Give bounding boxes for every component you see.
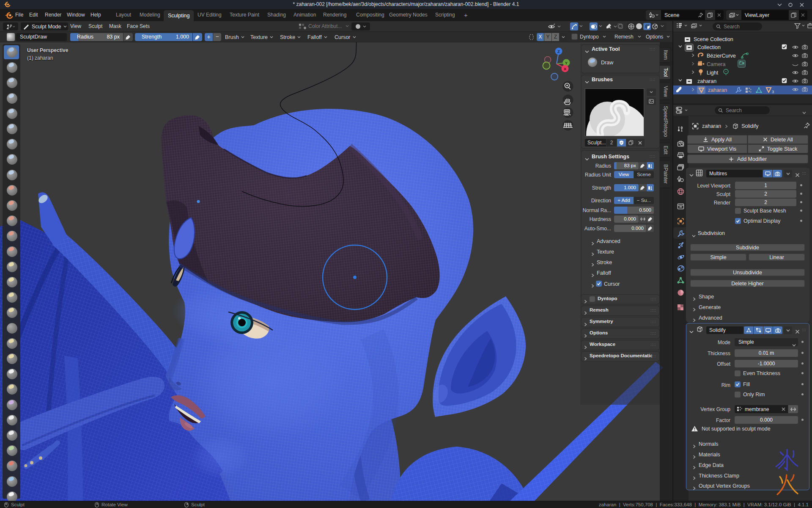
svg-text:Y: Y: [565, 61, 568, 65]
svg-text:X: X: [564, 66, 567, 71]
svg-text:Z: Z: [557, 49, 560, 54]
